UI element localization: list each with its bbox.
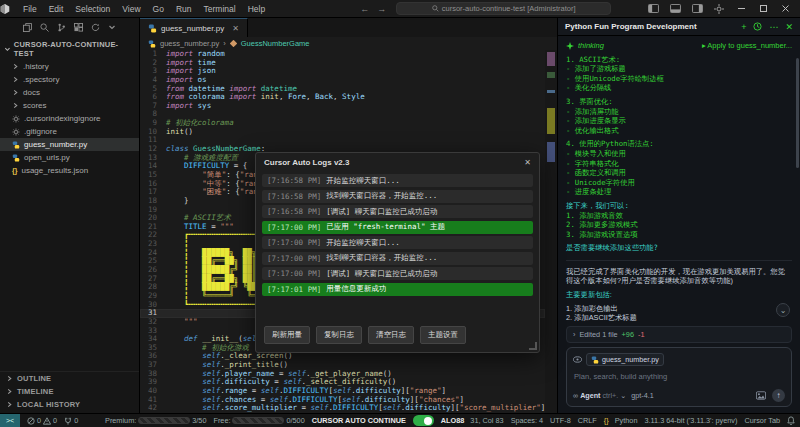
breadcrumb-file[interactable]: guess_number.py bbox=[160, 39, 219, 48]
dialog-close-icon[interactable]: ✕ bbox=[524, 158, 531, 167]
search-icon[interactable] bbox=[40, 23, 49, 32]
breadcrumb-symbol[interactable]: GuessNumberGame bbox=[241, 39, 310, 48]
chat-input-box[interactable]: guess_number.py Plan, search, build anyt… bbox=[566, 347, 792, 407]
send-button[interactable]: ↑ bbox=[772, 389, 785, 402]
history-icon[interactable] bbox=[753, 22, 762, 32]
cursor-position[interactable]: 31, Col 83 bbox=[470, 416, 503, 425]
minimap[interactable] bbox=[545, 50, 557, 413]
problems-indicator[interactable]: 0 0 bbox=[27, 416, 57, 425]
free-label: Free: bbox=[213, 416, 230, 425]
thinking-label: thinking bbox=[578, 41, 604, 51]
refresh-icon[interactable] bbox=[91, 23, 100, 32]
premium-usage[interactable]: Premium: 3/50 bbox=[105, 416, 206, 425]
more-actions-icon[interactable]: ⋯ bbox=[769, 22, 778, 32]
breadcrumb[interactable]: guess_number.py › GuessNumberGame bbox=[140, 37, 557, 50]
toggle-secondary-sidebar-icon[interactable] bbox=[688, 2, 706, 16]
menu-go[interactable]: Go bbox=[148, 2, 169, 16]
nav-forward-icon[interactable]: → bbox=[377, 4, 386, 14]
log-timestamp: [7:16:58 PM] bbox=[267, 176, 321, 185]
chevron-down-icon: ⌄ bbox=[620, 391, 626, 400]
agent-mode-selector[interactable]: ∞ Agent ctrl+. ⌄ bbox=[573, 391, 626, 400]
premium-progress-bar bbox=[138, 417, 190, 424]
tree-item--history[interactable]: .history bbox=[0, 60, 139, 73]
menu-view[interactable]: View bbox=[117, 2, 145, 16]
tab-guess-number[interactable]: guess_number.py ✕ bbox=[140, 18, 248, 37]
free-usage[interactable]: Free: 0/500 bbox=[213, 416, 304, 425]
tree-item-scores[interactable]: scores bbox=[0, 99, 139, 112]
chevron-right-icon: › bbox=[223, 39, 226, 48]
nav-back-icon[interactable]: ← bbox=[360, 4, 369, 14]
log-entry: [7:17:01 PM]用量信息更新成功 bbox=[262, 283, 533, 296]
scroll-to-bottom-button[interactable]: ⌄ bbox=[776, 303, 790, 317]
section-outline[interactable]: OUTLINE bbox=[0, 372, 139, 385]
dialog-button-主题设置[interactable]: 主题设置 bbox=[420, 326, 466, 344]
status-badge[interactable]: ALO88 bbox=[441, 416, 465, 425]
thinking-section-head: 1. ASCII艺术: bbox=[566, 55, 792, 65]
menu-terminal[interactable]: Terminal bbox=[199, 2, 241, 16]
menu-run[interactable]: Run bbox=[171, 2, 197, 16]
tab-close-icon[interactable]: ✕ bbox=[232, 24, 239, 33]
cursor-tab-indicator[interactable]: Cursor Tab bbox=[744, 416, 780, 425]
tree-item--specstory[interactable]: .specstory bbox=[0, 73, 139, 86]
toggle-sidebar-icon[interactable] bbox=[644, 2, 662, 16]
explorer-icon[interactable] bbox=[23, 23, 32, 32]
source-control-icon[interactable] bbox=[57, 23, 66, 32]
ports-indicator[interactable]: 0 bbox=[64, 416, 78, 425]
interpreter-indicator[interactable]: 3.11.3 64-bit ('3.11.3': pyenv) bbox=[644, 416, 737, 425]
apply-to-file-link[interactable]: ▸ Apply to guess_number... bbox=[702, 41, 792, 51]
context-chip[interactable]: guess_number.py bbox=[586, 353, 664, 366]
auto-continue-label[interactable]: CURSOR AUTO CONTINUE bbox=[312, 416, 406, 425]
tree-item-usage-results-json[interactable]: {}usage_results.json bbox=[0, 164, 139, 177]
new-chat-icon[interactable]: + bbox=[741, 22, 746, 32]
resize-handle[interactable] bbox=[529, 342, 537, 350]
menu-help[interactable]: Help bbox=[243, 2, 270, 16]
close-button[interactable] bbox=[776, 2, 794, 16]
section-local-history[interactable]: LOCAL HISTORY bbox=[0, 398, 139, 411]
encoding-indicator[interactable]: UTF-8 bbox=[550, 416, 571, 425]
log-timestamp: [7:17:01 PM] bbox=[267, 285, 321, 294]
log-timestamp: [7:17:00 PM] bbox=[267, 269, 321, 278]
remote-indicator[interactable]: >< bbox=[0, 414, 20, 427]
command-search-input[interactable]: cursor-auto-continue-test [Administrator… bbox=[396, 2, 611, 15]
chevron-down-icon[interactable] bbox=[108, 23, 116, 31]
tree-item--cursorindexingignore[interactable]: .cursorindexingignore bbox=[0, 112, 139, 125]
chat-scrollbar[interactable] bbox=[796, 58, 799, 168]
customize-layout-icon[interactable] bbox=[710, 2, 728, 16]
dialog-button-刷新用量[interactable]: 刷新用量 bbox=[264, 326, 310, 344]
eye-icon[interactable] bbox=[573, 356, 582, 363]
image-icon[interactable] bbox=[756, 391, 766, 400]
tree-item--gitignore[interactable]: .gitignore bbox=[0, 125, 139, 138]
tree-root-folder[interactable]: CURSOR-AUTO-CONTINUE-TEST bbox=[0, 38, 139, 60]
chat-title: Python Fun Program Development bbox=[565, 22, 697, 31]
indentation-indicator[interactable]: Spaces: 4 bbox=[511, 416, 543, 425]
eol-indicator[interactable]: CRLF bbox=[578, 416, 597, 425]
tree-item-open-urls-py[interactable]: open_urls.py bbox=[0, 151, 139, 164]
menu-file[interactable]: File bbox=[18, 2, 42, 16]
error-count: 0 bbox=[37, 416, 41, 425]
auto-continue-toggle[interactable] bbox=[413, 415, 434, 426]
thinking-item: - Unicode字符使用 bbox=[566, 178, 792, 188]
status-bar: >< 0 0 0 Premium: 3/50 Free: 0/500 CURSO… bbox=[0, 413, 800, 427]
extensions-icon[interactable] bbox=[74, 23, 83, 32]
menu-edit[interactable]: Edit bbox=[44, 2, 69, 16]
menu-selection[interactable]: Selection bbox=[70, 2, 115, 16]
dialog-button-清空日志[interactable]: 清空日志 bbox=[368, 326, 414, 344]
log-entry: [7:16:58 PM][调试] 聊天窗口监控已成功启动 bbox=[262, 205, 533, 218]
maximize-button[interactable] bbox=[754, 2, 772, 16]
next-step-item: 3. 添加游戏设置选项 bbox=[566, 230, 792, 240]
close-panel-icon[interactable]: ✕ bbox=[785, 22, 793, 32]
section-timeline[interactable]: TIMELINE bbox=[0, 385, 139, 398]
minimize-button[interactable] bbox=[732, 2, 750, 16]
premium-count: 3/50 bbox=[192, 416, 206, 425]
model-selector[interactable]: gpt-4.1 bbox=[631, 391, 653, 400]
tree-item-guess-number-py[interactable]: guess_number.py bbox=[0, 138, 139, 151]
dialog-button-复制日志[interactable]: 复制日志 bbox=[316, 326, 362, 344]
agent-shortcut: ctrl+. bbox=[603, 391, 619, 400]
thinking-item: - 美化分隔线 bbox=[566, 83, 792, 93]
bell-icon[interactable] bbox=[787, 416, 795, 425]
edited-files-row[interactable]: › Edited 1 file +96 -1 bbox=[566, 326, 792, 343]
language-indicator[interactable]: {} Python bbox=[604, 416, 638, 425]
chat-input-placeholder[interactable]: Plan, search, build anything bbox=[574, 372, 784, 381]
tree-item-docs[interactable]: docs bbox=[0, 86, 139, 99]
toggle-panel-icon[interactable] bbox=[666, 2, 684, 16]
